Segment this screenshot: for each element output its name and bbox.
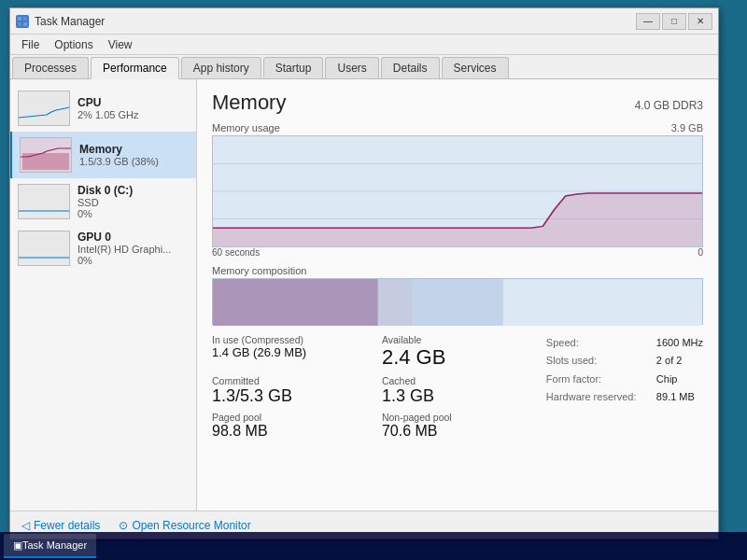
svg-rect-3 — [23, 22, 27, 26]
committed-value: 1.3/5.3 GB — [212, 386, 367, 406]
svg-rect-0 — [18, 17, 21, 21]
sidebar-item-gpu[interactable]: GPU 0 Intel(R) HD Graphi... 0% — [10, 225, 196, 272]
composition-graph — [212, 278, 703, 325]
title-bar: Task Manager — □ ✕ — [10, 8, 718, 35]
open-resource-monitor-label: Open Resource Monitor — [132, 519, 250, 532]
memory-label: Memory — [79, 143, 189, 156]
non-paged-pool-label: Non-paged pool — [382, 412, 537, 423]
cpu-sub: 2% 1.05 GHz — [78, 109, 189, 120]
form-factor-label: Form factor: — [546, 371, 649, 388]
taskbar: ▣ Task Manager — [0, 532, 747, 560]
right-info: Speed: 1600 MHz Slots used: 2 of 2 Form … — [546, 334, 703, 440]
svg-rect-15 — [213, 279, 378, 326]
taskbar-tm-label: Task Manager — [22, 539, 87, 551]
stat-available: Available 2.4 GB — [382, 334, 537, 370]
stat-in-use: In use (Compressed) 1.4 GB (26.9 MB) — [212, 334, 367, 370]
stat-non-paged-pool: Non-paged pool 70.6 MB — [382, 412, 537, 440]
reserved-value: 89.1 MB — [656, 388, 695, 406]
graph-time-label: 60 seconds 0 — [212, 247, 703, 258]
cpu-thumbnail — [18, 91, 70, 126]
tab-processes[interactable]: Processes — [12, 57, 89, 78]
slots-label: Slots used: — [546, 352, 649, 370]
menu-bar: File Options View — [10, 35, 718, 55]
sidebar-item-memory[interactable]: Memory 1.5/3.9 GB (38%) — [10, 132, 196, 178]
cached-value: 1.3 GB — [382, 386, 537, 406]
gpu-sub2: 0% — [78, 255, 189, 266]
paged-pool-value: 98.8 MB — [212, 423, 367, 440]
in-use-label: In use (Compressed) — [212, 334, 367, 345]
menu-options[interactable]: Options — [47, 36, 100, 53]
disk-label: Disk 0 (C:) — [78, 184, 189, 197]
in-use-value: 1.4 GB (26.9 MB) — [212, 345, 367, 359]
tab-app-history[interactable]: App history — [181, 57, 261, 78]
tab-details[interactable]: Details — [381, 57, 440, 78]
non-paged-pool-value: 70.6 MB — [382, 423, 537, 440]
content-area: CPU 2% 1.05 GHz Memory 1.5/3.9 GB (38%) — [10, 79, 718, 511]
stat-committed: Committed 1.3/5.3 GB — [212, 375, 367, 406]
disk-info: Disk 0 (C:) SSD 0% — [78, 184, 189, 219]
graph-max: 3.9 GB — [671, 122, 703, 133]
sidebar-item-disk[interactable]: Disk 0 (C:) SSD 0% — [10, 178, 196, 225]
stat-paged-pool: Paged pool 98.8 MB — [212, 412, 367, 440]
speed-value: 1600 MHz — [656, 334, 703, 352]
svg-rect-8 — [19, 231, 69, 265]
time-label-left: 60 seconds — [212, 247, 260, 258]
fewer-details-label: Fewer details — [34, 519, 100, 532]
main-subtitle: 4.0 GB DDR3 — [635, 99, 703, 112]
tab-users[interactable]: Users — [325, 57, 378, 78]
slots-value: 2 of 2 — [656, 352, 683, 370]
tab-performance[interactable]: Performance — [91, 57, 179, 79]
sidebar: CPU 2% 1.05 GHz Memory 1.5/3.9 GB (38%) — [10, 79, 197, 511]
taskbar-task-manager[interactable]: ▣ Task Manager — [4, 534, 96, 558]
paged-pool-label: Paged pool — [212, 412, 367, 423]
menu-view[interactable]: View — [101, 36, 140, 53]
form-factor-value: Chip — [656, 371, 678, 388]
tab-services[interactable]: Services — [442, 57, 509, 78]
open-resource-monitor-link[interactable]: ⊙ Open Resource Monitor — [119, 519, 250, 532]
svg-rect-16 — [378, 279, 413, 326]
maximize-button[interactable]: □ — [662, 13, 686, 30]
gpu-label: GPU 0 — [78, 231, 189, 244]
reserved-label: Hardware reserved: — [546, 388, 649, 406]
task-manager-window: Task Manager — □ ✕ File Options View Pro… — [9, 7, 719, 539]
left-stats: In use (Compressed) 1.4 GB (26.9 MB) Ava… — [212, 334, 537, 440]
menu-file[interactable]: File — [14, 36, 47, 53]
full-stats-area: In use (Compressed) 1.4 GB (26.9 MB) Ava… — [212, 334, 703, 440]
composition-label: Memory composition — [212, 265, 703, 276]
svg-rect-6 — [22, 153, 69, 170]
cpu-label: CPU — [78, 96, 189, 109]
tab-startup[interactable]: Startup — [263, 57, 324, 78]
title-controls: — □ ✕ — [636, 13, 712, 30]
graph-label-row: Memory usage 3.9 GB — [212, 122, 703, 133]
memory-composition-section: Memory composition — [212, 265, 703, 325]
memory-sub: 1.5/3.9 GB (38%) — [79, 156, 189, 167]
minimize-button[interactable]: — — [636, 13, 660, 30]
main-title: Memory — [212, 91, 286, 115]
window-title: Task Manager — [35, 15, 105, 28]
cpu-info: CPU 2% 1.05 GHz — [78, 96, 189, 120]
title-bar-left: Task Manager — [16, 15, 105, 28]
memory-usage-section: Memory usage 3.9 GB — [212, 122, 703, 258]
gpu-info: GPU 0 Intel(R) HD Graphi... 0% — [78, 231, 189, 266]
disk-sub2: 0% — [78, 208, 189, 219]
time-label-right: 0 — [698, 247, 703, 258]
available-value: 2.4 GB — [382, 345, 537, 370]
tab-bar: Processes Performance App history Startu… — [10, 55, 718, 79]
memory-thumbnail — [20, 137, 72, 173]
stat-cached: Cached 1.3 GB — [382, 375, 537, 406]
svg-rect-1 — [23, 17, 27, 21]
svg-rect-2 — [18, 22, 21, 26]
memory-info: Memory 1.5/3.9 GB (38%) — [79, 143, 189, 167]
close-button[interactable]: ✕ — [688, 13, 712, 30]
sidebar-item-cpu[interactable]: CPU 2% 1.05 GHz — [10, 85, 196, 132]
main-panel: Memory 4.0 GB DDR3 Memory usage 3.9 GB — [197, 79, 718, 511]
right-info-panel: Speed: 1600 MHz Slots used: 2 of 2 Form … — [546, 334, 703, 406]
cached-label: Cached — [382, 375, 537, 386]
memory-usage-graph — [212, 135, 703, 247]
disk-thumbnail — [18, 184, 70, 219]
app-icon — [16, 15, 29, 28]
available-label: Available — [382, 334, 537, 345]
fewer-details-link[interactable]: ◁ Fewer details — [21, 519, 100, 532]
graph-label: Memory usage — [212, 122, 280, 133]
chevron-left-icon: ◁ — [21, 519, 30, 532]
